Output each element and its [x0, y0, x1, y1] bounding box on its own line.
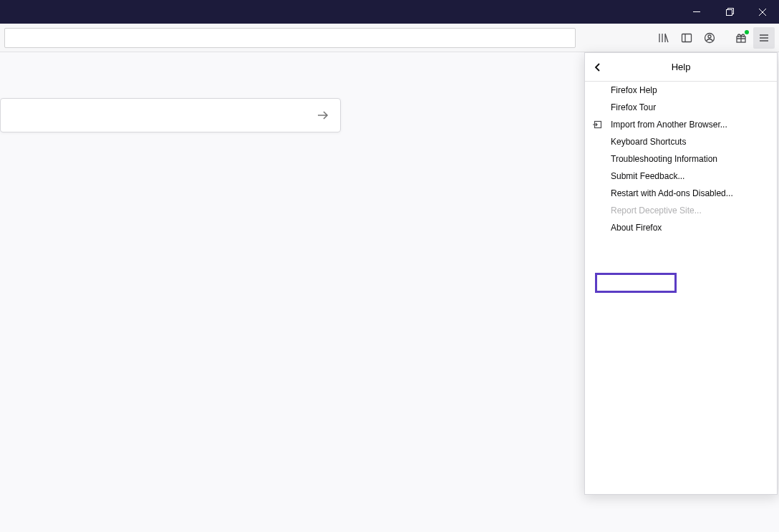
chevron-left-icon: [593, 62, 603, 72]
help-menu-item[interactable]: Keyboard Shortcuts: [585, 133, 777, 150]
help-panel-title: Help: [585, 62, 777, 72]
maximize-icon: [726, 8, 734, 16]
help-menu-item[interactable]: Troubleshooting Information: [585, 150, 777, 168]
sidebar-icon: [681, 32, 692, 44]
annotation-highlight: [595, 273, 677, 293]
window-titlebar: [0, 0, 779, 24]
svg-rect-0: [726, 10, 732, 16]
help-menu-item-label: Keyboard Shortcuts: [611, 137, 686, 147]
help-menu-item-label: Restart with Add-ons Disabled...: [611, 188, 733, 198]
help-menu-item[interactable]: Submit Feedback...: [585, 168, 777, 185]
window-minimize-button[interactable]: [680, 0, 713, 24]
help-menu-item-label: Firefox Help: [611, 85, 657, 95]
app-menu-button[interactable]: [753, 27, 775, 49]
help-menu-list: Firefox HelpFirefox TourImport from Anot…: [585, 82, 777, 236]
help-menu-item-label: Submit Feedback...: [611, 171, 684, 181]
account-button[interactable]: [699, 27, 720, 49]
help-menu-item[interactable]: Firefox Help: [585, 82, 777, 99]
close-icon: [759, 9, 766, 16]
library-button[interactable]: [653, 27, 674, 49]
help-menu-item[interactable]: Restart with Add-ons Disabled...: [585, 185, 777, 202]
browser-toolbar: [0, 24, 779, 52]
hamburger-icon: [758, 32, 770, 44]
help-menu-panel: Help Firefox HelpFirefox TourImport from…: [584, 52, 778, 495]
help-menu-item[interactable]: About Firefox: [585, 219, 777, 236]
url-bar[interactable]: [4, 28, 576, 48]
help-menu-item-label: About Firefox: [611, 223, 662, 233]
help-menu-item[interactable]: Import from Another Browser...: [585, 116, 777, 133]
window-close-button[interactable]: [746, 0, 779, 24]
window-maximize-button[interactable]: [713, 0, 746, 24]
library-icon: [658, 32, 669, 44]
import-icon: [592, 119, 604, 130]
sidebar-button[interactable]: [676, 27, 697, 49]
new-tab-search-box[interactable]: [0, 98, 341, 132]
svg-point-3: [708, 35, 711, 38]
help-menu-item-label: Troubleshooting Information: [611, 154, 717, 164]
svg-rect-1: [682, 34, 692, 42]
help-panel-header: Help: [585, 53, 777, 82]
toolbar-right-group: [653, 27, 775, 49]
whats-new-button[interactable]: [730, 27, 752, 49]
panel-back-button[interactable]: [585, 53, 611, 82]
minimize-icon: [693, 9, 700, 16]
help-menu-item-label: Report Deceptive Site...: [611, 205, 702, 216]
arrow-right-icon: [316, 108, 330, 122]
help-menu-item: Report Deceptive Site...: [585, 202, 777, 219]
help-menu-item-label: Import from Another Browser...: [611, 120, 727, 130]
account-icon: [704, 32, 715, 44]
help-menu-item[interactable]: Firefox Tour: [585, 99, 777, 116]
help-menu-item-label: Firefox Tour: [611, 102, 656, 112]
notification-dot-icon: [745, 30, 749, 34]
